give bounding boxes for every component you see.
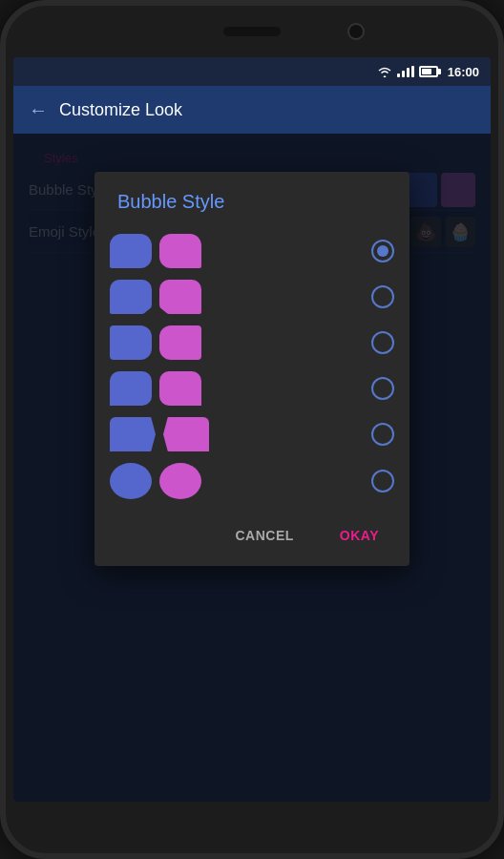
main-content: Styles Bubble Style Emoji Style 😊 🐼: [13, 134, 491, 802]
phone-camera: [347, 23, 365, 40]
wifi-icon: [377, 66, 392, 77]
radio-6[interactable]: [371, 470, 394, 492]
back-button[interactable]: ←: [29, 99, 48, 121]
bubble-right-5: [163, 417, 209, 451]
bubble-previews-6: [110, 463, 371, 499]
bubble-previews-5: [110, 417, 371, 451]
bubble-previews-3: [110, 325, 371, 360]
radio-2[interactable]: [371, 285, 394, 308]
battery-fill: [422, 69, 432, 74]
battery-icon: [419, 66, 438, 77]
bubble-right-4: [159, 371, 201, 406]
bubble-previews-4: [110, 371, 371, 406]
signal-icon: [397, 66, 414, 77]
radio-inner-1: [377, 245, 388, 257]
dialog-title: Bubble Style: [94, 172, 410, 228]
bubble-style-row-1[interactable]: [110, 228, 394, 274]
dialog-content: [94, 228, 410, 513]
bubble-left-3: [110, 325, 152, 360]
okay-button[interactable]: OKAY: [325, 520, 394, 551]
radio-1[interactable]: [371, 240, 394, 262]
bubble-right-2: [159, 280, 201, 314]
radio-4[interactable]: [371, 377, 394, 400]
bubble-right-1: [159, 234, 201, 268]
app-header: ← Customize Look: [13, 86, 491, 134]
status-time: 16:00: [448, 65, 479, 79]
bubble-left-1: [110, 234, 152, 268]
bubble-style-row-2[interactable]: [110, 274, 394, 320]
bubble-style-row-3[interactable]: [110, 320, 394, 366]
status-icons: [377, 66, 438, 77]
bubble-left-6: [110, 463, 152, 499]
bubble-previews-1: [110, 234, 371, 268]
bubble-left-2: [110, 280, 152, 314]
dialog-buttons: CANCEL OKAY: [94, 513, 410, 566]
bubble-right-6: [159, 463, 201, 499]
bubble-style-row-4[interactable]: [110, 366, 394, 411]
bubble-style-dialog: Bubble Style: [94, 172, 410, 566]
bubble-style-row-6[interactable]: [110, 457, 394, 505]
bubble-left-4: [110, 371, 152, 406]
radio-3[interactable]: [371, 331, 394, 354]
bubble-left-5: [110, 417, 156, 451]
phone-frame: 16:00 ← Customize Look Styles Bubble Sty…: [0, 0, 504, 859]
radio-5[interactable]: [371, 423, 394, 446]
phone-screen: 16:00 ← Customize Look Styles Bubble Sty…: [13, 57, 491, 802]
bubble-previews-2: [110, 280, 371, 314]
phone-speaker: [223, 27, 281, 36]
bubble-style-row-5[interactable]: [110, 411, 394, 457]
cancel-button[interactable]: CANCEL: [220, 520, 308, 551]
header-title: Customize Look: [59, 100, 182, 120]
dialog-overlay: Bubble Style: [13, 134, 491, 802]
status-bar: 16:00: [13, 57, 491, 86]
bubble-right-3: [159, 325, 201, 360]
